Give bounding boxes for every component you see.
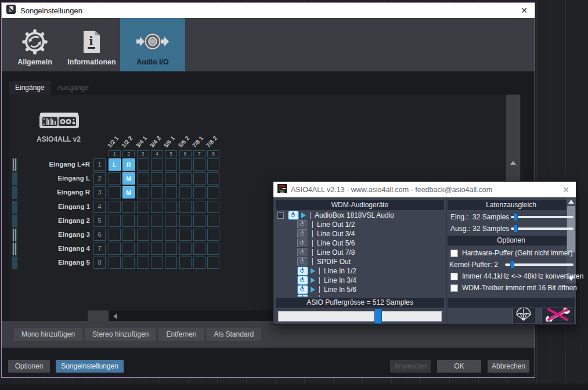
matrix-cell[interactable] [122,215,135,227]
power-button-icon[interactable] [297,248,308,257]
power-button-icon[interactable] [297,285,308,294]
matrix-cell[interactable] [165,257,177,269]
power-button-icon[interactable] [297,266,308,276]
matrix-cell[interactable] [122,257,135,269]
matrix-cell[interactable] [207,201,219,213]
channel-button[interactable]: Entfernen [158,328,204,341]
matrix-cell[interactable] [151,186,163,198]
matrix-cell[interactable] [109,257,121,269]
matrix-cell[interactable] [151,215,163,227]
matrix-cell[interactable] [137,158,149,171]
matrix-cell[interactable] [151,201,163,213]
matrix-cell[interactable] [193,201,205,213]
safe-mode-button[interactable] [513,308,535,323]
matrix-cell[interactable] [179,201,192,213]
channel-button[interactable]: Mono hinzufügen [14,328,82,341]
matrix-cell[interactable] [207,158,219,171]
toolbar-item-audio-io[interactable]: Audio I/O [120,18,185,71]
tree-expander-icon[interactable]: − [277,212,284,219]
matrix-cell[interactable] [207,257,219,269]
matrix-cell[interactable] [179,172,192,185]
matrix-cell[interactable] [109,201,121,213]
device-tree-row[interactable]: −AudioBox 1818VSL Audio [276,211,444,220]
power-button-icon[interactable] [297,229,308,239]
matrix-cell[interactable] [179,186,192,198]
matrix-cell[interactable] [137,229,149,241]
matrix-cell[interactable] [207,243,219,255]
checkbox[interactable] [450,273,458,280]
advanced-options-button[interactable] [541,308,574,323]
checkbox[interactable] [450,284,458,292]
matrix-cell[interactable] [137,257,149,269]
matrix-cell[interactable] [109,172,121,185]
matrix-cell[interactable] [207,172,219,185]
channel-button[interactable]: Als Standard [207,328,262,341]
matrix-cell[interactable] [193,243,205,255]
latency-slider[interactable] [511,228,573,230]
slider-thumb[interactable] [514,213,518,221]
matrix-cell[interactable] [137,243,149,255]
matrix-cell[interactable] [207,229,219,241]
device-tree-row[interactable]: Line Out 3/4 [276,229,444,239]
matrix-cell[interactable] [179,215,192,227]
power-button-icon[interactable] [297,276,308,285]
power-button-icon[interactable] [288,211,299,220]
device-tree-row[interactable]: Line In 1/2 [276,266,444,276]
tab-eingaenge[interactable]: Eingänge [9,81,51,95]
toolbar-item-informationen[interactable]: iInformationen [63,18,120,71]
device-tree-row[interactable] [276,294,444,297]
matrix-cell[interactable] [122,243,135,255]
matrix-cell[interactable] [137,201,149,213]
device-tree-row[interactable]: Line Out 7/8 [276,248,444,257]
matrix-cell[interactable] [193,186,205,198]
matrix-cell[interactable]: M [122,186,135,198]
matrix-cell[interactable] [122,201,135,213]
slider-thumb[interactable] [514,225,518,233]
matrix-cell[interactable]: R [122,158,135,171]
matrix-cell[interactable] [165,158,177,171]
matrix-cell[interactable] [207,215,219,227]
toolbar-item-allgemein[interactable]: Allgemein [6,18,63,71]
matrix-cell[interactable] [151,172,163,185]
matrix-cell[interactable] [151,229,163,241]
matrix-cell[interactable] [165,186,177,198]
power-button-icon[interactable] [297,220,308,229]
buffer-slider-thumb[interactable] [374,309,382,324]
songeinstellungen-button[interactable]: Songeinstellungen [56,360,124,373]
scroll-left-icon[interactable] [113,313,117,319]
matrix-cell[interactable] [207,186,219,198]
device-tree-row[interactable]: Line Out 5/6 [276,239,444,248]
matrix-cell[interactable] [193,257,205,269]
matrix-cell[interactable] [193,229,205,241]
matrix-cell[interactable] [109,186,121,198]
power-button-icon[interactable] [297,239,308,248]
device-tree-row[interactable]: Line In 5/6 [276,285,444,294]
matrix-cell[interactable] [165,243,177,255]
power-button-icon[interactable] [297,257,308,266]
matrix-cell[interactable] [151,158,163,171]
asio-close-icon[interactable]: ✕ [560,185,572,194]
matrix-cell[interactable] [165,215,177,227]
dialog-titlebar[interactable]: Songeinstellungen ✕ [2,3,535,18]
close-icon[interactable]: ✕ [518,6,530,15]
matrix-cell[interactable] [165,201,177,213]
checkbox[interactable] [450,250,458,257]
matrix-cell[interactable] [151,243,163,255]
scroll-up-icon[interactable] [510,161,516,165]
matrix-cell[interactable] [193,158,205,171]
matrix-cell[interactable] [165,172,177,185]
scroll-up-icon[interactable] [568,200,574,204]
matrix-cell[interactable] [179,243,192,255]
tab-ausgaenge[interactable]: Ausgänge [51,81,95,95]
matrix-cell[interactable] [109,215,121,227]
latency-slider[interactable] [511,216,573,218]
device-tree-row[interactable]: Line Out 1/2 [276,220,444,229]
matrix-cell[interactable] [137,172,149,185]
matrix-cell[interactable] [122,229,135,241]
buffer-size-slider[interactable] [278,311,442,322]
matrix-cell[interactable] [165,229,177,241]
channel-button[interactable]: Stereo hinzufügen [85,328,156,341]
matrix-cell[interactable] [109,243,121,255]
matrix-cell[interactable] [137,215,149,227]
matrix-cell[interactable] [151,257,163,269]
